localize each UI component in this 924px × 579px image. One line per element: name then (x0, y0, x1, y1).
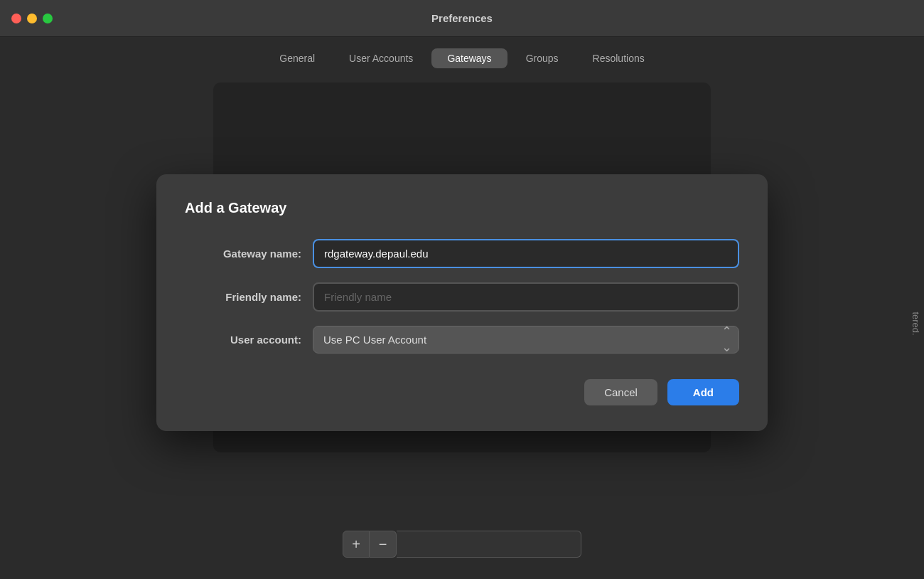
friendly-name-row: Friendly name: (185, 282, 739, 312)
add-button[interactable]: Add (667, 379, 739, 405)
add-gateway-dialog: Add a Gateway Gateway name: Friendly nam… (156, 174, 768, 431)
window-title: Preferences (431, 12, 493, 24)
user-account-row: User account: Use PC User Account Add Us… (185, 326, 739, 354)
main-content: tered. Add a Gateway Gateway name: Frien… (0, 68, 924, 579)
cancel-button[interactable]: Cancel (584, 379, 657, 405)
close-button[interactable] (11, 14, 21, 23)
tab-resolutions[interactable]: Resolutions (577, 48, 660, 68)
tab-user-accounts[interactable]: User Accounts (333, 48, 429, 68)
user-account-select[interactable]: Use PC User Account Add User Account… (313, 326, 739, 354)
window-controls (11, 14, 53, 23)
minimize-button[interactable] (27, 14, 37, 23)
gateway-name-input[interactable] (313, 239, 739, 268)
tab-groups[interactable]: Groups (510, 48, 574, 68)
dialog-actions: Cancel Add (185, 379, 739, 405)
tab-general[interactable]: General (264, 48, 331, 68)
friendly-name-input[interactable] (313, 282, 739, 312)
dialog-title: Add a Gateway (185, 200, 739, 216)
user-account-select-wrapper: Use PC User Account Add User Account… ⌃⌄ (313, 326, 739, 354)
maximize-button[interactable] (43, 14, 53, 23)
remove-gateway-toolbar-button[interactable]: − (370, 531, 397, 558)
tab-gateways[interactable]: Gateways (431, 48, 507, 68)
gateway-search-input[interactable] (397, 531, 581, 558)
gateway-name-label: Gateway name: (185, 248, 313, 260)
title-bar: Preferences (0, 0, 924, 37)
tab-bar: General User Accounts Gateways Groups Re… (0, 37, 924, 68)
user-account-label: User account: (185, 334, 313, 346)
add-gateway-toolbar-button[interactable]: + (343, 531, 370, 558)
friendly-name-label: Friendly name: (185, 291, 313, 303)
side-text: tered. (910, 312, 924, 335)
gateway-name-row: Gateway name: (185, 239, 739, 268)
bottom-toolbar: + − (343, 531, 581, 558)
